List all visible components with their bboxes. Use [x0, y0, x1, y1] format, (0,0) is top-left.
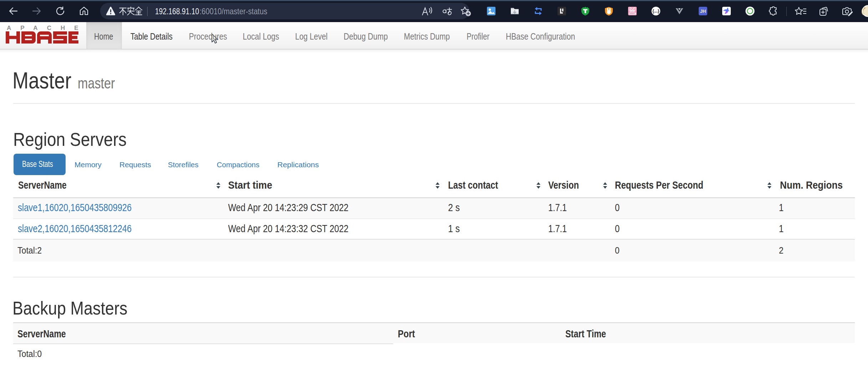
svg-text:JH: JH: [700, 9, 706, 14]
svg-text:{...}: {...}: [652, 9, 659, 14]
